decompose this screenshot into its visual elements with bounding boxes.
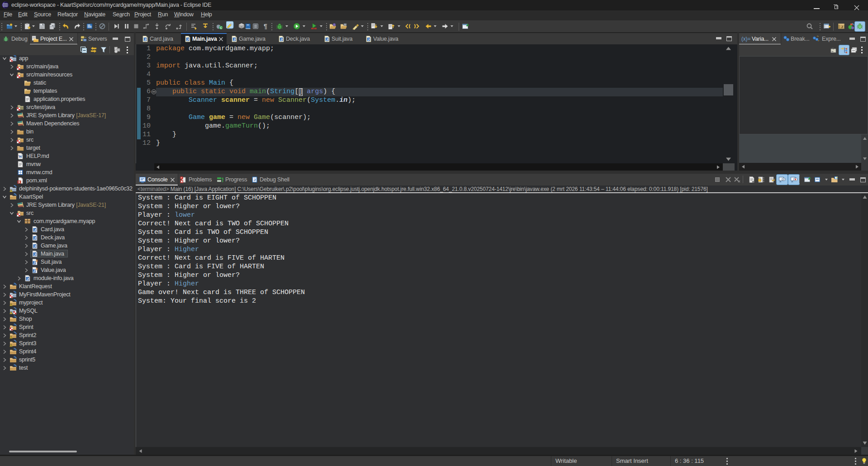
svg-text:J: J bbox=[280, 38, 282, 42]
svg-text:M: M bbox=[14, 55, 16, 57]
svg-text:J: J bbox=[33, 269, 35, 273]
svg-text:W: W bbox=[19, 154, 23, 159]
svg-text:E: E bbox=[36, 259, 38, 262]
svg-text:J: J bbox=[14, 315, 15, 318]
svg-text:J: J bbox=[34, 252, 36, 257]
svg-text:C: C bbox=[220, 26, 222, 29]
svg-text:J: J bbox=[144, 38, 146, 42]
svg-text:M: M bbox=[14, 291, 16, 294]
svg-text:J: J bbox=[33, 261, 35, 265]
svg-text:J: J bbox=[841, 25, 843, 29]
svg-text:J: J bbox=[14, 323, 15, 326]
svg-text:J: J bbox=[14, 283, 15, 285]
svg-text:J: J bbox=[254, 178, 256, 182]
svg-text:J: J bbox=[14, 193, 15, 196]
svg-text:J: J bbox=[34, 244, 36, 248]
svg-text:J: J bbox=[34, 228, 36, 232]
svg-text:J: J bbox=[14, 364, 15, 367]
svg-text:J: J bbox=[27, 277, 28, 281]
svg-text:¶: ¶ bbox=[264, 23, 267, 30]
svg-text:J: J bbox=[14, 356, 15, 359]
svg-text:J: J bbox=[326, 38, 328, 42]
svg-text:E: E bbox=[36, 267, 38, 271]
svg-text:J: J bbox=[34, 236, 36, 240]
svg-text:J: J bbox=[368, 38, 370, 42]
svg-text:J: J bbox=[14, 348, 15, 351]
svg-text:J: J bbox=[233, 38, 235, 42]
svg-text:J: J bbox=[187, 38, 189, 42]
